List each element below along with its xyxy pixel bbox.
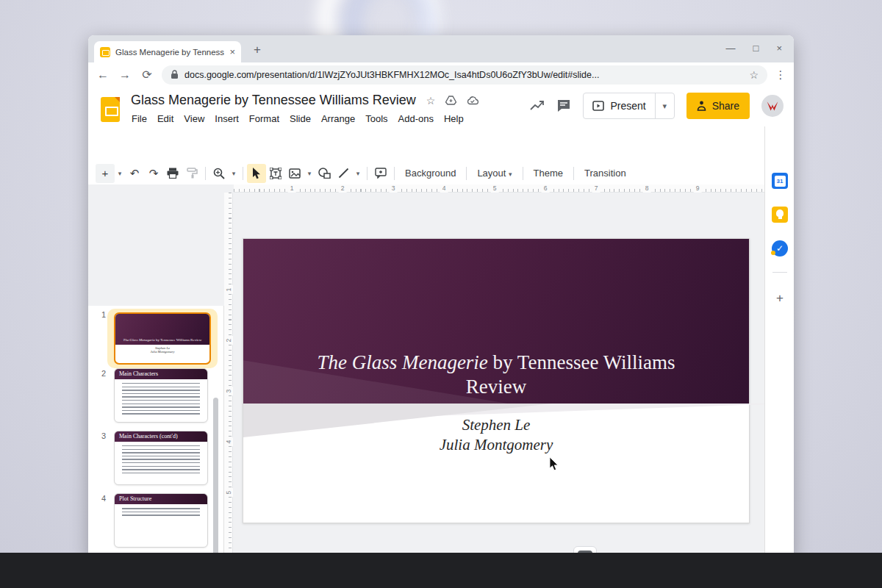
url-text: docs.google.com/presentation/d/1lWzjZYoJ…	[184, 70, 743, 80]
browser-menu-icon[interactable]: ⋮	[775, 68, 786, 82]
slide-number: 4	[93, 494, 106, 503]
activity-dashboard-icon[interactable]	[530, 100, 545, 112]
theme-button[interactable]: Theme	[527, 168, 570, 179]
line-tool-button[interactable]	[334, 164, 353, 183]
tab-strip: Glass Menagerie by Tennessee W × + — □ ×	[88, 35, 794, 62]
omnibox[interactable]: docs.google.com/presentation/d/1lWzjZYoJ…	[162, 65, 767, 85]
canvas-area: 1 2 3 4 5 6 7 8 9 1 2 3 4 5 1	[88, 184, 794, 559]
menu-item-insert[interactable]: Insert	[209, 110, 244, 127]
select-tool-button[interactable]	[247, 164, 266, 183]
paint-format-button[interactable]	[182, 164, 201, 183]
textbox-button[interactable]	[266, 164, 285, 183]
present-dropdown-button[interactable]: ▾	[655, 93, 674, 118]
image-dropdown-icon[interactable]: ▾	[304, 164, 315, 183]
undo-button[interactable]: ↶	[125, 164, 144, 183]
close-button[interactable]: ×	[776, 42, 782, 55]
side-panel-rail: 31 ✓ + ›	[764, 126, 794, 559]
slide-number: 3	[93, 431, 106, 440]
get-addons-button[interactable]: +	[771, 290, 789, 307]
back-button[interactable]: ←	[96, 68, 110, 82]
saved-cloud-icon[interactable]	[467, 96, 478, 105]
comment-history-icon[interactable]	[556, 99, 571, 112]
browser-toolbar: ← → ⟳ docs.google.com/presentation/d/1lW…	[88, 62, 794, 87]
slide-canvas[interactable]: The Glass Menagerie by Tennessee William…	[243, 238, 750, 523]
tasks-button[interactable]: ✓	[771, 240, 789, 257]
refresh-button[interactable]: ⟳	[140, 68, 154, 82]
filmstrip-panel: 1 The Glass Menagerie by Tennessee Willi…	[88, 306, 224, 588]
star-doc-icon[interactable]: ☆	[426, 95, 436, 107]
zoom-dropdown-icon[interactable]: ▾	[229, 164, 239, 183]
print-button[interactable]	[163, 164, 182, 183]
slide-thumbnail[interactable]: Main Characters (cont'd)	[114, 431, 208, 485]
menu-item-addons[interactable]: Add-ons	[393, 110, 439, 127]
menu-item-tools[interactable]: Tools	[360, 110, 392, 127]
slide-number: 1	[93, 310, 106, 319]
slide-subtitle[interactable]: Stephen Le Julia Montgomery	[243, 415, 749, 455]
insert-image-button[interactable]	[285, 164, 304, 183]
slide-thumbnail[interactable]: Main Characters	[114, 368, 208, 423]
redo-button[interactable]: ↷	[144, 164, 163, 183]
present-icon	[592, 101, 604, 111]
tab-title: Glass Menagerie by Tennessee W	[115, 48, 224, 57]
account-avatar[interactable]	[761, 95, 784, 117]
keep-button[interactable]	[771, 206, 789, 223]
doc-title[interactable]: Glass Menagerie by Tennessee Williams Re…	[131, 93, 416, 108]
calendar-button[interactable]: 31	[771, 172, 789, 190]
forward-button[interactable]: →	[118, 68, 132, 82]
menu-item-format[interactable]: Format	[244, 110, 284, 127]
share-button[interactable]: Share	[686, 93, 750, 119]
bookmark-star-icon[interactable]: ☆	[749, 69, 759, 81]
slide-title-block: The Glass Menagerie by Tennessee William…	[243, 239, 749, 404]
menu-item-view[interactable]: View	[179, 110, 209, 127]
slides-favicon-icon	[100, 47, 110, 57]
insert-comment-button[interactable]	[371, 164, 390, 183]
menu-item-file[interactable]: File	[126, 110, 152, 127]
present-button[interactable]: Present	[584, 100, 654, 112]
rail-divider	[772, 272, 787, 273]
shape-button[interactable]	[315, 164, 334, 183]
slide-thumbnail[interactable]: Plot Structure	[114, 493, 208, 548]
thumbnails-scrollbar[interactable]	[213, 398, 218, 567]
lock-icon	[171, 70, 179, 79]
slides-header: Glass Menagerie by Tennessee Williams Re…	[88, 87, 794, 162]
slide-thumbnail-selected[interactable]: The Glass Menagerie by Tennessee William…	[107, 309, 218, 368]
keep-icon	[772, 207, 788, 223]
menu-item-help[interactable]: Help	[439, 110, 469, 127]
move-to-drive-icon[interactable]	[445, 96, 456, 105]
minimize-button[interactable]: —	[726, 42, 736, 55]
slide-title[interactable]: The Glass Menagerie by Tennessee William…	[243, 351, 749, 399]
menubar: File Edit View Insert Format Slide Arran…	[126, 110, 469, 127]
chromeos-shelf: 2 12:30	[0, 553, 882, 588]
calendar-icon: 31	[772, 173, 788, 189]
slides-logo-icon[interactable]	[101, 97, 120, 122]
new-slide-dropdown-icon[interactable]: ▾	[115, 164, 125, 183]
browser-tab[interactable]: Glass Menagerie by Tennessee W ×	[94, 41, 241, 62]
horizontal-ruler: 1 2 3 4 5 6 7 8 9	[234, 184, 764, 193]
layout-dropdown-icon: ▾	[509, 171, 512, 178]
present-button-group: Present ▾	[583, 93, 674, 119]
new-slide-button[interactable]: +	[96, 164, 115, 183]
vertical-ruler: 1 2 3 4 5	[224, 193, 233, 559]
layout-button[interactable]: Layout ▾	[470, 168, 518, 179]
browser-window: Glass Menagerie by Tennessee W × + — □ ×…	[88, 35, 794, 559]
menu-item-edit[interactable]: Edit	[152, 110, 179, 127]
avatar-logo-icon	[765, 99, 780, 112]
new-tab-button[interactable]: +	[248, 43, 266, 57]
share-lock-icon	[697, 101, 706, 111]
line-dropdown-icon[interactable]: ▾	[353, 164, 363, 183]
menu-item-arrange[interactable]: Arrange	[316, 110, 360, 127]
tasks-icon: ✓	[772, 240, 788, 257]
mouse-cursor	[549, 457, 559, 471]
tab-close-icon[interactable]: ×	[229, 46, 235, 57]
transition-button[interactable]: Transition	[578, 168, 633, 179]
menu-item-slide[interactable]: Slide	[284, 110, 316, 127]
slide-number: 2	[93, 369, 106, 378]
background-button[interactable]: Background	[398, 168, 462, 179]
maximize-button[interactable]: □	[753, 42, 759, 55]
desktop: Glass Menagerie by Tennessee W × + — □ ×…	[0, 0, 882, 588]
edit-toolbar: + ▾ ↶ ↷ ▾ ▾	[88, 162, 794, 184]
zoom-button[interactable]	[209, 164, 229, 183]
